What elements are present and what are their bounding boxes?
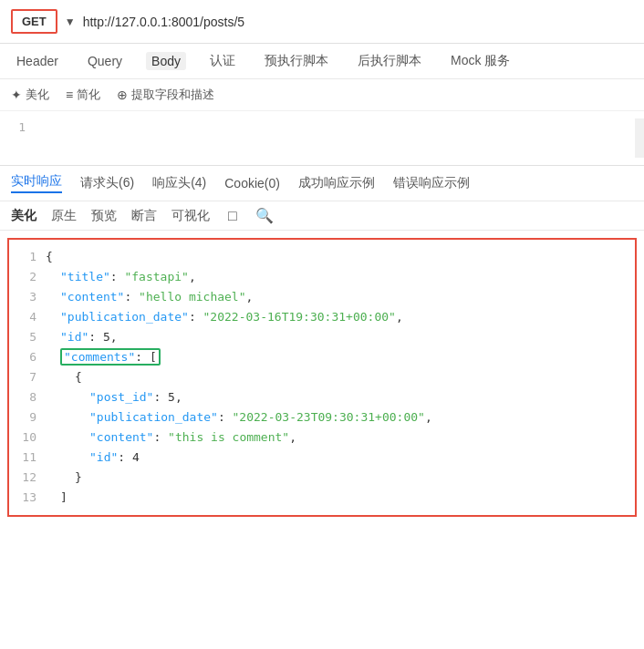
copy-icon[interactable]: □ xyxy=(228,208,237,224)
json-inner-brace-close: } xyxy=(46,468,631,488)
url-input[interactable] xyxy=(83,15,633,29)
json-line-2: 2 "title": "fastapi", xyxy=(9,267,635,287)
line-num-13: 13 xyxy=(13,488,46,508)
json-line-12: 12 } xyxy=(9,468,635,488)
tab-mock[interactable]: Mock 服务 xyxy=(445,51,515,71)
line-num-12: 12 xyxy=(13,468,46,488)
tab-pre-script[interactable]: 预执行脚本 xyxy=(259,51,334,71)
url-bar: GET ▼ xyxy=(0,0,644,44)
json-line-11: 11 "id": 4 xyxy=(9,448,635,468)
json-line-9: 9 "publication_date": "2022-03-23T09:30:… xyxy=(9,407,635,428)
line-num-1: 1 xyxy=(13,247,46,267)
json-comment-pub-date: "publication_date": "2022-03-23T09:30:31… xyxy=(46,407,631,428)
beautify-option[interactable]: ✦ 美化 xyxy=(11,87,49,103)
extract-label: 提取字段和描述 xyxy=(131,87,214,103)
tab-auth[interactable]: 认证 xyxy=(204,51,241,71)
simplify-icon: ≡ xyxy=(66,88,73,102)
beautify-icon: ✦ xyxy=(11,88,22,102)
tab-query[interactable]: Query xyxy=(82,52,128,70)
json-comments-key: "comments": [ xyxy=(46,347,631,367)
view-tab-preview[interactable]: 预览 xyxy=(91,208,117,224)
simplify-option[interactable]: ≡ 简化 xyxy=(66,87,100,103)
json-comment-id: "id": 4 xyxy=(46,448,631,468)
json-line-4: 4 "publication_date": "2022-03-16T19:30:… xyxy=(9,307,635,327)
line-num-10: 10 xyxy=(13,428,46,448)
view-tab-visual[interactable]: 可视化 xyxy=(171,208,210,224)
json-line-6: 6 "comments": [ xyxy=(9,347,635,367)
resp-tab-response-headers[interactable]: 响应头(4) xyxy=(152,175,206,191)
tab-header[interactable]: Header xyxy=(11,52,64,70)
json-line-5: 5 "id": 5, xyxy=(9,327,635,347)
line-num-7: 7 xyxy=(13,367,46,387)
resp-tab-success-example[interactable]: 成功响应示例 xyxy=(298,175,375,191)
tab-post-script[interactable]: 后执行脚本 xyxy=(352,51,427,71)
line-number-1: 1 xyxy=(0,118,26,137)
json-response-panel: 1 { 2 "title": "fastapi", 3 "content": "… xyxy=(7,238,637,517)
line-num-5: 5 xyxy=(13,327,46,347)
json-post-id: "post_id": 5, xyxy=(46,387,631,407)
json-line-3: 3 "content": "hello michael", xyxy=(9,287,635,307)
resp-tab-cookie[interactable]: Cookie(0) xyxy=(224,176,280,191)
json-brace-open: { xyxy=(46,247,631,267)
beautify-label: 美化 xyxy=(26,87,49,103)
editor-line-numbers: 1 xyxy=(0,118,33,158)
line-num-6: 6 xyxy=(13,347,46,367)
response-tabs-row: 实时响应 请求头(6) 响应头(4) Cookie(0) 成功响应示例 错误响应… xyxy=(0,166,644,201)
resp-tab-error-example[interactable]: 错误响应示例 xyxy=(393,175,470,191)
json-line-10: 10 "content": "this is comment", xyxy=(9,428,635,448)
editor-scrollbar[interactable] xyxy=(635,118,644,158)
json-line-13: 13 ] xyxy=(9,488,635,508)
line-num-4: 4 xyxy=(13,307,46,327)
json-inner-brace-open: { xyxy=(46,367,631,387)
view-tab-beautify[interactable]: 美化 xyxy=(11,208,36,224)
method-button[interactable]: GET xyxy=(11,9,57,34)
sub-options-row: ✦ 美化 ≡ 简化 ⊕ 提取字段和描述 xyxy=(0,79,644,111)
line-num-8: 8 xyxy=(13,387,46,407)
search-icon[interactable]: 🔍 xyxy=(255,207,274,224)
view-tab-assertion[interactable]: 断言 xyxy=(131,208,157,224)
json-comment-content: "content": "this is comment", xyxy=(46,428,631,448)
line-num-3: 3 xyxy=(13,287,46,307)
tab-body[interactable]: Body xyxy=(146,52,186,70)
resp-tab-request-headers[interactable]: 请求头(6) xyxy=(80,175,134,191)
line-num-11: 11 xyxy=(13,448,46,468)
line-num-2: 2 xyxy=(13,267,46,287)
line-num-9: 9 xyxy=(13,407,46,428)
method-dropdown-arrow[interactable]: ▼ xyxy=(65,15,76,28)
editor-area: 1 xyxy=(0,111,644,166)
resp-tab-realtime[interactable]: 实时响应 xyxy=(11,173,62,193)
json-content: "content": "hello michael", xyxy=(46,287,631,307)
simplify-label: 简化 xyxy=(77,87,100,103)
main-tabs: Header Query Body 认证 预执行脚本 后执行脚本 Mock 服务 xyxy=(0,44,644,79)
extract-icon: ⊕ xyxy=(117,88,128,102)
json-line-7: 7 { xyxy=(9,367,635,387)
json-array-close: ] xyxy=(46,488,631,508)
extract-option[interactable]: ⊕ 提取字段和描述 xyxy=(117,87,214,103)
json-line-1: 1 { xyxy=(9,247,635,267)
json-line-8: 8 "post_id": 5, xyxy=(9,387,635,407)
json-title: "title": "fastapi", xyxy=(46,267,631,287)
view-tab-raw[interactable]: 原生 xyxy=(51,208,77,224)
json-id: "id": 5, xyxy=(46,327,631,347)
json-publication-date: "publication_date": "2022-03-16T19:30:31… xyxy=(46,307,631,327)
editor-content[interactable] xyxy=(33,118,635,158)
view-tabs-row: 美化 原生 预览 断言 可视化 □ 🔍 xyxy=(0,201,644,231)
